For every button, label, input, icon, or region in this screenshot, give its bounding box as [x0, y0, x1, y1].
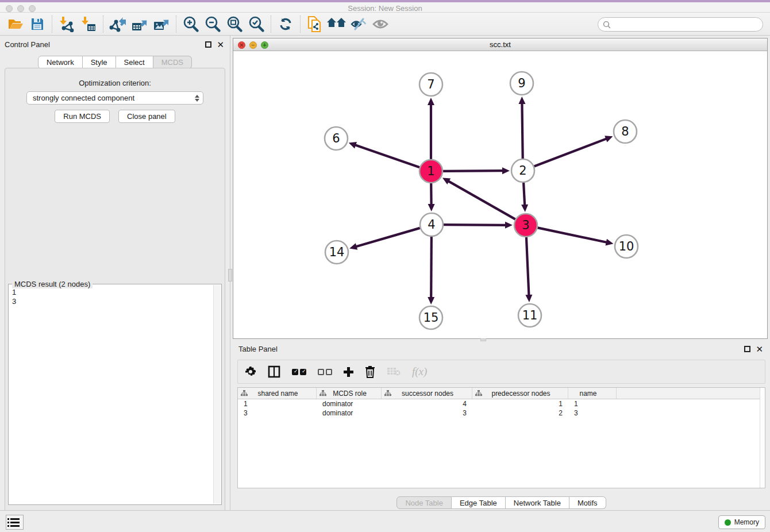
graph-node-7[interactable]: 7 — [419, 73, 442, 96]
function-builder-icon: f(x) — [412, 364, 427, 379]
memory-label: Memory — [734, 518, 759, 526]
toolbar-separator — [103, 16, 103, 33]
graph-edge-1-6[interactable] — [349, 142, 419, 167]
tab-network-table[interactable]: Network Table — [506, 496, 569, 509]
import-network-icon[interactable] — [57, 15, 76, 33]
duplicate-network-icon[interactable] — [305, 15, 325, 33]
tab-mcds[interactable]: MCDS — [153, 56, 192, 69]
graph-node-4[interactable]: 4 — [420, 213, 443, 236]
graph-edge-4-14[interactable] — [349, 228, 420, 250]
run-mcds-button[interactable]: Run MCDS — [55, 110, 110, 123]
node-table: shared nameMCDS rolesuccessor nodesprede… — [237, 387, 765, 488]
delete-column-trash-icon[interactable] — [365, 364, 375, 379]
zoom-out-icon[interactable] — [203, 15, 222, 33]
search-icon — [603, 21, 611, 29]
graph-edge-3-10[interactable] — [538, 228, 614, 245]
graph-node-8[interactable]: 8 — [614, 120, 637, 143]
open-session-icon[interactable] — [6, 15, 25, 33]
export-table-icon[interactable] — [130, 15, 149, 33]
close-table-panel-icon[interactable]: ✕ — [756, 345, 763, 353]
table-row[interactable]: 1dominator411 — [238, 399, 765, 408]
criterion-select[interactable]: strongly connected component — [26, 91, 203, 105]
graph-node-14[interactable]: 14 — [325, 241, 348, 264]
show-columns-icon[interactable] — [268, 364, 280, 379]
network-graph: 7968124314101511 — [233, 51, 767, 339]
column-tree-icon — [384, 390, 391, 396]
hide-selected-eye-icon[interactable] — [349, 15, 368, 33]
graph-edge-2-8[interactable] — [534, 136, 613, 166]
table-scrollbar[interactable] — [760, 388, 765, 488]
float-table-panel-icon[interactable] — [744, 346, 750, 352]
table-row[interactable]: 3dominator323 — [238, 408, 765, 418]
vertical-splitter-grip[interactable] — [228, 269, 232, 282]
refresh-icon[interactable] — [276, 15, 295, 33]
graph-edge-4-15[interactable] — [428, 237, 434, 304]
svg-text:2: 2 — [519, 164, 526, 178]
save-session-icon[interactable] — [28, 15, 47, 33]
select-all-columns-icon[interactable] — [292, 364, 306, 379]
graph-edge-2-3[interactable] — [521, 183, 528, 212]
search-input[interactable] — [614, 21, 758, 29]
network-window-titlebar[interactable]: ✕ − + scc.txt — [233, 38, 767, 51]
mcds-result-values: 1 3 — [12, 288, 212, 502]
deselect-all-columns-icon[interactable] — [318, 364, 332, 379]
zoom-in-icon[interactable] — [181, 15, 201, 33]
column-header-successor-nodes[interactable]: successor nodes — [382, 388, 472, 399]
add-column-icon[interactable] — [344, 364, 353, 379]
graph-node-15[interactable]: 15 — [419, 306, 442, 329]
column-header-predecessor-nodes[interactable]: predecessor nodes — [472, 388, 568, 399]
graph-node-3[interactable]: 3 — [514, 214, 537, 237]
network-canvas[interactable]: 7968124314101511 — [233, 51, 767, 338]
export-image-icon[interactable] — [152, 15, 171, 33]
column-header-MCDS-role[interactable]: MCDS role — [317, 388, 382, 399]
graph-edge-1-4[interactable] — [428, 183, 435, 211]
graph-node-10[interactable]: 10 — [615, 235, 638, 258]
close-panel-icon[interactable]: ✕ — [217, 40, 224, 49]
mcds-result-box: MCDS result (2 nodes) 1 3 — [8, 284, 222, 505]
zoom-selected-icon[interactable] — [247, 15, 266, 33]
ui-settings-list-button[interactable] — [6, 515, 24, 530]
tab-edge-table[interactable]: Edge Table — [452, 496, 506, 509]
graph-node-11[interactable]: 11 — [518, 304, 541, 327]
tab-motifs[interactable]: Motifs — [569, 496, 606, 509]
table-settings-gear-icon[interactable] — [245, 364, 256, 379]
graph-node-1[interactable]: 1 — [419, 160, 442, 183]
horizontal-splitter-grip[interactable] — [480, 338, 486, 341]
tab-node-table[interactable]: Node Table — [396, 496, 452, 509]
column-header-shared-name[interactable]: shared name — [238, 388, 317, 399]
svg-text:11: 11 — [522, 309, 538, 322]
graph-edge-4-3[interactable] — [444, 222, 513, 229]
mcds-result-scrollbar[interactable] — [213, 285, 221, 504]
optimization-criterion-label: Optimization criterion: — [5, 79, 225, 87]
export-network-icon[interactable] — [108, 15, 128, 33]
graph-node-9[interactable]: 9 — [510, 72, 533, 95]
list-icon — [10, 518, 20, 527]
memory-button[interactable]: Memory — [718, 515, 765, 529]
column-header-label: predecessor nodes — [482, 390, 568, 398]
select-updown-icon — [195, 95, 199, 102]
home-views-icon[interactable] — [327, 15, 346, 33]
table-panel-tabs: Node TableEdge TableNetwork TableMotifs — [233, 496, 770, 509]
search-box[interactable] — [598, 17, 763, 32]
tab-network[interactable]: Network — [38, 56, 83, 69]
graph-edge-3-1[interactable] — [442, 178, 515, 219]
graph-edge-1-2[interactable] — [443, 167, 510, 174]
cell-successor-nodes: 4 — [382, 400, 472, 408]
float-panel-icon[interactable] — [205, 41, 211, 48]
graph-edge-2-9[interactable] — [518, 97, 525, 159]
close-panel-button[interactable]: Close panel — [118, 110, 175, 123]
graph-node-2[interactable]: 2 — [511, 159, 534, 182]
cell-name: 1 — [568, 400, 617, 408]
column-tree-icon — [475, 390, 482, 396]
graph-edge-3-11[interactable] — [525, 237, 532, 302]
tab-style[interactable]: Style — [83, 56, 116, 69]
column-header-name[interactable]: name — [568, 388, 617, 399]
zoom-fit-icon[interactable] — [225, 15, 244, 33]
svg-text:7: 7 — [427, 78, 434, 91]
show-all-eye-icon[interactable] — [371, 15, 390, 33]
tab-select[interactable]: Select — [116, 56, 153, 69]
import-table-icon[interactable] — [79, 15, 98, 33]
toolbar-separator — [300, 16, 301, 33]
graph-node-6[interactable]: 6 — [325, 127, 348, 150]
graph-edge-1-7[interactable] — [428, 98, 434, 159]
